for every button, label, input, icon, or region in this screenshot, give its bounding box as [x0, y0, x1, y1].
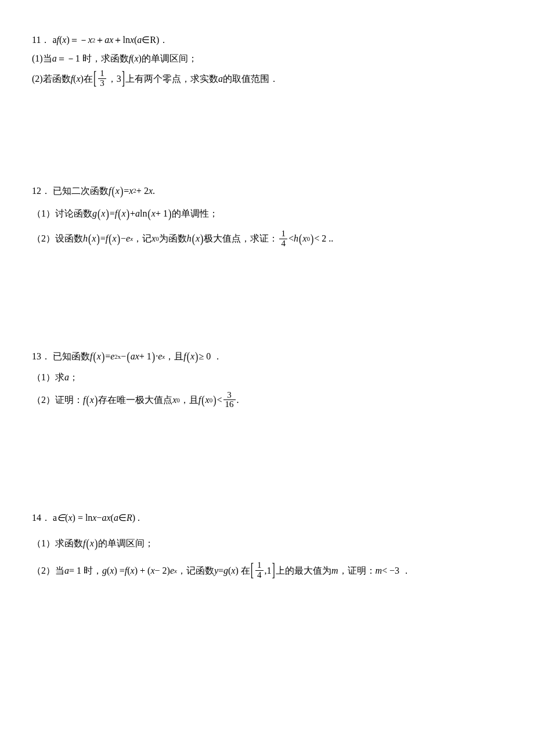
var-a: a — [137, 33, 142, 48]
var-e: e — [170, 563, 174, 578]
text: ) = ln — [73, 510, 93, 525]
spacer — [32, 258, 502, 345]
problem-13: 13． 已知函数 f ( x ) = e 2x − ( a x + 1 ) · … — [32, 349, 502, 409]
text: 上有两个零点，求实数 — [125, 71, 218, 87]
text: ∈R)． — [142, 33, 168, 48]
text: ，且 — [180, 393, 199, 408]
var-f: ∈ — [57, 510, 65, 525]
text: ，且 — [165, 349, 183, 364]
fraction: 3 16 — [223, 391, 236, 410]
var-m: m — [331, 563, 338, 578]
problem-number: 12． — [32, 183, 50, 199]
text: = — [105, 349, 110, 364]
text: = — [100, 231, 106, 246]
var-x: x — [92, 231, 96, 246]
lparen-icon: ( — [192, 229, 195, 248]
var-x: x — [131, 563, 135, 578]
var-f: f — [83, 393, 85, 408]
text: ＋ln — [113, 33, 129, 48]
rparen-icon: ) — [127, 204, 129, 223]
text: 的单调性； — [172, 206, 218, 221]
left-bracket-icon: [ — [251, 555, 254, 585]
problem-12-stem: 12． 已知二次函数 f ( x ) = x 2 + 2 x . — [32, 183, 502, 199]
text: = — [124, 183, 129, 199]
rparen-icon: ) — [152, 347, 155, 366]
rparen-icon: ) — [117, 229, 120, 248]
lparen-icon: ( — [86, 534, 89, 553]
var-x: x — [76, 71, 80, 87]
text: + 2 — [136, 183, 149, 199]
var-f: f — [83, 536, 85, 551]
var-f: f — [183, 349, 186, 364]
var-x: x — [90, 393, 94, 408]
var-x: x — [172, 393, 176, 408]
var-f: f — [115, 206, 117, 221]
lparen-icon: ( — [127, 347, 129, 366]
numerator: 3 — [225, 391, 233, 400]
text: ＝－1 时，求函数 — [57, 51, 129, 66]
text: a — [52, 33, 56, 48]
var-e: e — [110, 349, 114, 364]
lparen-icon: ( — [109, 229, 111, 248]
numerator: 1 — [279, 229, 287, 239]
var-g: g — [102, 563, 107, 578]
fraction: 1 4 — [255, 561, 264, 580]
var-a: a — [135, 206, 140, 221]
text: − 2) — [155, 563, 170, 578]
var-x: x — [68, 510, 72, 525]
var-x: x — [90, 536, 94, 551]
text: 已知二次函数 — [53, 183, 109, 199]
text: 的单调区间； — [98, 536, 154, 551]
spacer — [32, 99, 502, 180]
var-a: a — [218, 71, 223, 87]
text: （1）讨论函数 — [32, 206, 92, 221]
text: （1）求函数 — [32, 536, 83, 551]
lparen-icon: ( — [93, 347, 96, 366]
var-a: a — [52, 51, 57, 66]
numerator: 1 — [98, 69, 106, 78]
rparen-icon: ) — [200, 229, 203, 248]
numerator: 1 — [255, 561, 264, 570]
var-x: x — [231, 563, 235, 578]
text: ,1 — [265, 563, 272, 578]
problem-14-q2: （2）当 a = 1 时， g ( x ) = f ( x ) + ( x − … — [32, 561, 502, 580]
problem-number: 13． — [32, 349, 50, 364]
var-x: x — [135, 349, 139, 364]
text: ) = — [114, 563, 124, 578]
text: − — [96, 510, 102, 525]
fraction: 1 4 — [279, 229, 287, 249]
var-x: x — [205, 393, 210, 408]
var-f: f — [90, 349, 92, 364]
text: ，证明： — [338, 563, 376, 578]
var-x: x — [302, 231, 306, 246]
text: . — [153, 183, 155, 199]
text: (1)当 — [32, 51, 52, 66]
text: )的单调区间； — [139, 51, 197, 66]
text: ln — [140, 206, 147, 221]
rparen-icon: ) — [96, 229, 99, 248]
problem-14-q1: （1）求函数 f ( x ) 的单调区间； — [32, 536, 502, 551]
text: 已知函数 — [53, 349, 90, 364]
lparen-icon: ( — [88, 229, 91, 248]
var-f: f — [106, 231, 108, 246]
problem-number: 11． — [32, 33, 50, 48]
text: )在 — [81, 71, 93, 87]
problem-11-q2: (2)若函数 f ( x )在 [ 1 3 ，3 ] 上有两个零点，求实数 a … — [32, 69, 502, 88]
text: 的取值范围． — [223, 71, 279, 87]
var-h: h — [294, 231, 298, 246]
text: − — [121, 349, 126, 364]
lparen-icon: ( — [201, 390, 204, 409]
var-x: x — [88, 33, 92, 48]
text: （2）当 — [32, 563, 64, 578]
denominator: 3 — [98, 78, 106, 88]
var-x: x — [62, 33, 66, 48]
var-x: x — [150, 563, 154, 578]
problem-number: 14． — [32, 510, 50, 525]
text: ≥ 0 ． — [199, 349, 222, 364]
text: （2）证明： — [32, 393, 83, 408]
problem-13-q2: （2）证明： f ( x ) 存在唯一极大值点 x 0 ，且 f ( x 0 )… — [32, 391, 502, 410]
text: （2）设函数 — [32, 231, 83, 246]
text: (2)若函数 — [32, 71, 71, 87]
problem-13-q1: （1）求 a ； — [32, 370, 502, 385]
text: + 1 — [156, 206, 168, 221]
